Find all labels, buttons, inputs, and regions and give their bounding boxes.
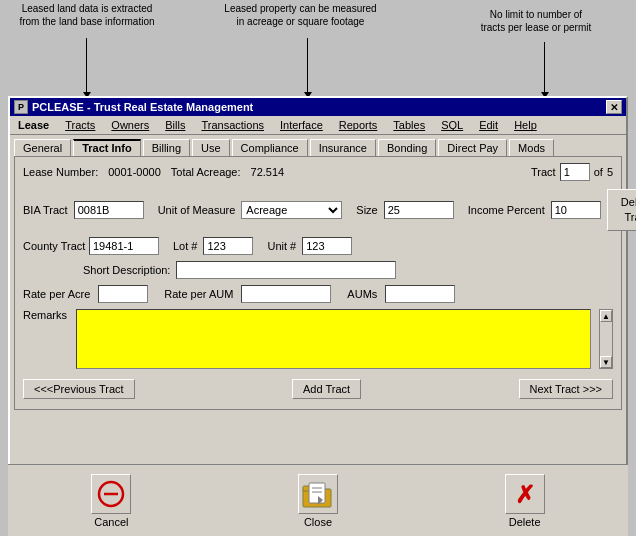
annotation-1: Leased land data is extractedfrom the la…: [12, 2, 162, 28]
bia-tract-label: BIA Tract: [23, 204, 68, 216]
cancel-icon-container: [91, 474, 131, 514]
short-desc-input[interactable]: [176, 261, 396, 279]
delete-label: Delete: [509, 516, 541, 528]
short-desc-row: Short Description:: [23, 261, 613, 279]
tract-number-input[interactable]: [560, 163, 590, 181]
menu-reports[interactable]: Reports: [335, 118, 382, 132]
tabs-container: General Tract Info Billing Use Complianc…: [10, 135, 626, 156]
county-tract-row: County Tract Lot # Unit #: [23, 237, 613, 255]
tab-tract-info[interactable]: Tract Info: [73, 139, 141, 156]
county-tract-input[interactable]: [89, 237, 159, 255]
nav-buttons: <<<Previous Tract Add Tract Next Tract >…: [23, 375, 613, 403]
annotation-1-line: [86, 38, 87, 96]
close-icon: [301, 479, 335, 509]
remarks-scrollbar[interactable]: ▲ ▼: [599, 309, 613, 369]
cancel-label: Cancel: [94, 516, 128, 528]
tract-label: Tract: [531, 166, 556, 178]
svg-text:✗: ✗: [515, 481, 535, 508]
rate-per-acre-label: Rate per Acre: [23, 288, 90, 300]
close-toolbar-button[interactable]: Close: [298, 474, 338, 528]
add-tract-button[interactable]: Add Tract: [292, 379, 361, 399]
remarks-area: Remarks ▲ ▼: [23, 309, 613, 369]
rate-per-acre-input[interactable]: [98, 285, 148, 303]
rate-per-aum-label: Rate per AUM: [164, 288, 233, 300]
unit-of-measure-select[interactable]: Acreage Square Footage: [241, 201, 342, 219]
lease-info-row: Lease Number: 0001-0000 Total Acreage: 7…: [23, 163, 613, 181]
income-percent-label: Income Percent: [468, 204, 545, 216]
menu-transactions[interactable]: Transactions: [197, 118, 268, 132]
size-input[interactable]: [384, 201, 454, 219]
unit-input[interactable]: [302, 237, 352, 255]
aums-input[interactable]: [385, 285, 455, 303]
unit-label: Unit #: [267, 240, 296, 252]
window-title: PCLEASE - Trust Real Estate Management: [32, 101, 253, 113]
tab-direct-pay[interactable]: Direct Pay: [438, 139, 507, 156]
annotation-2-line: [307, 38, 308, 96]
tab-general[interactable]: General: [14, 139, 71, 156]
lot-input[interactable]: [203, 237, 253, 255]
tab-insurance[interactable]: Insurance: [310, 139, 376, 156]
cancel-toolbar-button[interactable]: Cancel: [91, 474, 131, 528]
cancel-icon: [96, 479, 126, 509]
menu-bills[interactable]: Bills: [161, 118, 189, 132]
menu-owners[interactable]: Owners: [107, 118, 153, 132]
lease-number-value: 0001-0000: [108, 166, 161, 178]
size-label: Size: [356, 204, 377, 216]
of-label: of: [594, 166, 603, 178]
aums-label: AUMs: [347, 288, 377, 300]
close-label: Close: [304, 516, 332, 528]
of-value: 5: [607, 166, 613, 178]
annotations-area: Leased land data is extractedfrom the la…: [0, 0, 636, 108]
total-acreage-label: Total Acreage:: [171, 166, 241, 178]
short-desc-label: Short Description:: [83, 264, 170, 276]
bottom-toolbar: Cancel Close ✗ Delete: [8, 464, 628, 536]
tab-billing[interactable]: Billing: [143, 139, 190, 156]
lease-number-label: Lease Number:: [23, 166, 98, 178]
delete-icon-container: ✗: [505, 474, 545, 514]
total-acreage-value: 72.514: [251, 166, 285, 178]
annotation-3: No limit to number oftracts per lease or…: [456, 8, 616, 34]
app-icon: P: [14, 100, 28, 114]
tab-compliance[interactable]: Compliance: [232, 139, 308, 156]
title-bar: P PCLEASE - Trust Real Estate Management…: [10, 98, 626, 116]
tab-mods[interactable]: Mods: [509, 139, 554, 156]
bia-tract-input[interactable]: [74, 201, 144, 219]
bia-tract-row: BIA Tract Unit of Measure Acreage Square…: [23, 189, 613, 231]
close-icon-container: [298, 474, 338, 514]
delete-tract-button[interactable]: DeleteTract: [607, 189, 636, 231]
rate-per-aum-input[interactable]: [241, 285, 331, 303]
county-tract-label: County Tract: [23, 240, 83, 252]
menu-tables[interactable]: Tables: [389, 118, 429, 132]
annotation-3-line: [544, 42, 545, 96]
lot-label: Lot #: [173, 240, 197, 252]
content-area: Lease Number: 0001-0000 Total Acreage: 7…: [14, 156, 622, 410]
unit-of-measure-label: Unit of Measure: [158, 204, 236, 216]
menu-help[interactable]: Help: [510, 118, 541, 132]
menu-sql[interactable]: SQL: [437, 118, 467, 132]
delete-icon: ✗: [510, 479, 540, 509]
remarks-label: Remarks: [23, 309, 68, 369]
annotation-2: Leased property can be measuredin acreag…: [218, 2, 383, 28]
menu-edit[interactable]: Edit: [475, 118, 502, 132]
prev-tract-button[interactable]: <<<Previous Tract: [23, 379, 135, 399]
income-percent-input[interactable]: [551, 201, 601, 219]
remarks-textarea[interactable]: [76, 309, 591, 369]
tab-use[interactable]: Use: [192, 139, 230, 156]
tract-info-right: Tract of 5: [531, 163, 613, 181]
menu-tracts[interactable]: Tracts: [61, 118, 99, 132]
rates-row: Rate per Acre Rate per AUM AUMs: [23, 285, 613, 303]
close-window-button[interactable]: ✕: [606, 100, 622, 114]
tab-bonding[interactable]: Bonding: [378, 139, 436, 156]
menu-bar: Lease Tracts Owners Bills Transactions I…: [10, 116, 626, 135]
next-tract-button[interactable]: Next Tract >>>: [519, 379, 613, 399]
delete-toolbar-button[interactable]: ✗ Delete: [505, 474, 545, 528]
menu-lease[interactable]: Lease: [14, 118, 53, 132]
menu-interface[interactable]: Interface: [276, 118, 327, 132]
